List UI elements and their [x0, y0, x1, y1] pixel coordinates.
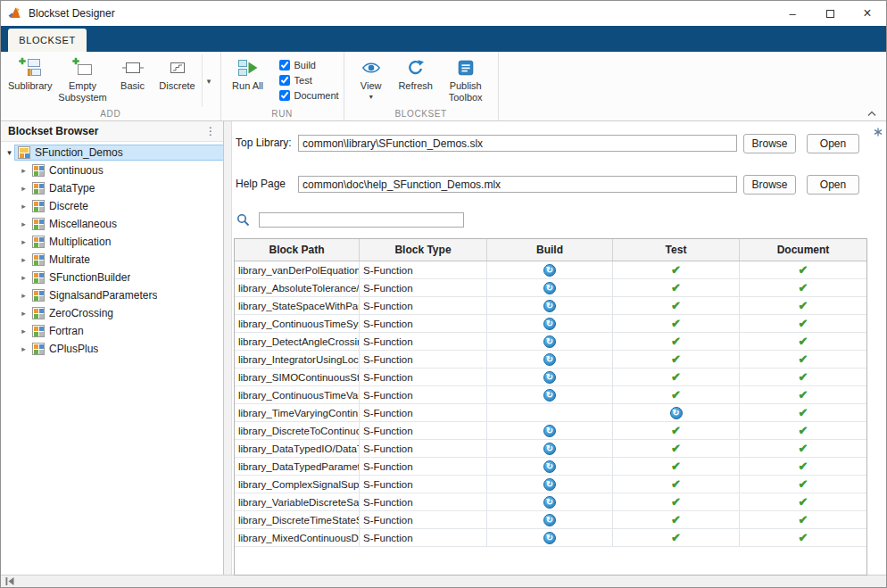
run-all-label: Run All — [232, 80, 263, 92]
test-status-cell: ✔ — [613, 458, 740, 475]
tree-expander-icon[interactable]: ▸ — [18, 273, 29, 282]
discrete-button[interactable]: Discrete — [155, 54, 200, 93]
table-row[interactable]: library_SIMOContinuousSt... S-Function ↻… — [235, 369, 866, 386]
table-row[interactable]: library_DataTypedParamet... S-Function ↻… — [235, 458, 866, 476]
column-header-block-path[interactable]: Block Path — [235, 239, 360, 261]
table-row[interactable]: library_TimeVaryingContin... S-Function … — [235, 404, 866, 422]
build-checkbox-input[interactable] — [279, 60, 290, 70]
tree-item-body[interactable]: SignalsandParameters — [29, 288, 223, 302]
table-row[interactable]: library_DataTypedIO/DataT... S-Function … — [235, 440, 866, 458]
column-header-build[interactable]: Build — [487, 239, 613, 261]
tree-item-body[interactable]: Multirate — [29, 253, 223, 267]
tree-expander-icon[interactable]: ▸ — [18, 309, 29, 318]
collapse-panel-icon[interactable] — [5, 577, 14, 585]
tree-expander-icon[interactable]: ▾ — [4, 148, 15, 157]
tree-item-body[interactable]: SFunction_Demos — [15, 145, 223, 160]
document-checkbox-input[interactable] — [279, 90, 290, 101]
table-row[interactable]: library_DiscreteTimeStateS... S-Function… — [235, 511, 866, 529]
tree-item[interactable]: ▾ SFunction_Demos — [1, 144, 223, 161]
table-row[interactable]: library_MixedContinuousD... S-Function ↻… — [235, 529, 866, 547]
view-button[interactable]: View ▾ — [349, 54, 394, 102]
tree-item[interactable]: ▸ Multiplication — [1, 233, 223, 251]
tree-item[interactable]: ▸ SignalsandParameters — [1, 286, 223, 304]
tree-item[interactable]: ▸ Miscellaneous — [1, 215, 223, 233]
test-checkbox[interactable]: Test — [279, 72, 339, 87]
tree-item-body[interactable]: CPlusPlus — [29, 342, 223, 356]
table-row[interactable]: library_ContinuousTimeVar... S-Function … — [235, 386, 866, 404]
test-status-cell: ✔ — [613, 493, 740, 510]
refresh-icon — [406, 55, 426, 79]
tree-item-body[interactable]: DataType — [29, 181, 223, 195]
tree-item-body[interactable]: Miscellaneous — [29, 217, 223, 231]
tree-item-body[interactable]: Continuous — [29, 163, 223, 178]
tree-expander-icon[interactable]: ▸ — [18, 237, 29, 246]
tree-expander-icon[interactable]: ▸ — [18, 344, 29, 353]
help-page-browse-button[interactable]: Browse — [743, 175, 796, 195]
maximize-button[interactable] — [811, 1, 849, 26]
tree-item[interactable]: ▸ Continuous — [1, 161, 223, 179]
tree-expander-icon[interactable]: ▸ — [18, 327, 29, 335]
table-row[interactable]: library_ComplexSignalSup... S-Function ↻… — [235, 476, 866, 493]
document-checkbox-label: Document — [294, 90, 339, 101]
top-library-open-button[interactable]: Open — [807, 134, 859, 153]
status-pass-icon: ✔ — [671, 478, 681, 490]
search-input[interactable] — [259, 212, 464, 228]
top-library-browse-button[interactable]: Browse — [743, 134, 796, 153]
tree-item[interactable]: ▸ ZeroCrossing — [1, 304, 223, 322]
tree-item[interactable]: ▸ Multirate — [1, 251, 223, 269]
run-all-button[interactable]: Run All — [226, 54, 270, 93]
tree-item-body[interactable]: Multiplication — [29, 235, 223, 249]
tree-item[interactable]: ▸ CPlusPlus — [1, 340, 223, 358]
column-header-block-type[interactable]: Block Type — [360, 239, 487, 261]
browser-menu-icon[interactable]: ⋮ — [205, 125, 216, 137]
sublibrary-button[interactable]: Sublibrary — [5, 54, 55, 93]
help-page-open-button[interactable]: Open — [807, 175, 859, 195]
panel-actions-icon[interactable] — [874, 124, 883, 140]
close-button[interactable]: × — [849, 1, 886, 26]
tree-item[interactable]: ▸ Discrete — [1, 197, 223, 215]
build-status-cell: ↻ — [487, 511, 613, 528]
table-row[interactable]: library_StateSpaceWithPar... S-Function … — [235, 297, 866, 315]
basic-button[interactable]: Basic — [111, 54, 155, 93]
test-checkbox-input[interactable] — [279, 75, 290, 86]
tree-item[interactable]: ▸ Fortran — [1, 322, 223, 340]
table-row[interactable]: library_vanDerPolEquation... S-Function … — [235, 261, 866, 279]
sidebar-scrollbar[interactable] — [224, 121, 232, 575]
tree-item[interactable]: ▸ DataType — [1, 179, 223, 197]
build-status-cell: ↻ — [487, 297, 613, 314]
tree-item-body[interactable]: ZeroCrossing — [29, 306, 223, 320]
tree-item-body[interactable]: Fortran — [29, 324, 223, 338]
tree-expander-icon[interactable]: ▸ — [18, 202, 29, 211]
block-type-cell: S-Function — [360, 493, 487, 510]
tree-expander-icon[interactable]: ▸ — [18, 291, 29, 300]
status-done-icon: ↻ — [670, 407, 683, 419]
column-header-document[interactable]: Document — [740, 239, 866, 261]
publish-toolbox-button[interactable]: Publish Toolbox — [438, 54, 493, 104]
minimize-button[interactable]: – — [774, 1, 811, 26]
table-row[interactable]: library_AbsoluteTolerance/... S-Function… — [235, 279, 866, 297]
table-row[interactable]: library_IntegratorUsingLoc... S-Function… — [235, 351, 866, 369]
document-checkbox[interactable]: Document — [279, 87, 339, 103]
tree-expander-icon[interactable]: ▸ — [18, 166, 29, 175]
view-label: View — [361, 80, 382, 92]
table-row[interactable]: library_DiscreteToContinuo... S-Function… — [235, 422, 866, 440]
column-header-test[interactable]: Test — [613, 239, 740, 261]
tree-item[interactable]: ▸ SFunctionBuilder — [1, 269, 223, 286]
table-row[interactable]: library_VariableDiscreteSa... S-Function… — [235, 493, 866, 511]
table-row[interactable]: library_DetectAngleCrossin... S-Function… — [235, 333, 866, 351]
tree-item-body[interactable]: Discrete — [29, 199, 223, 213]
top-library-input[interactable] — [298, 135, 737, 152]
collapse-toolstrip-button[interactable] — [866, 110, 877, 117]
tab-blockset[interactable]: BLOCKSET — [8, 29, 87, 52]
tree-expander-icon[interactable]: ▸ — [18, 255, 29, 264]
tree-item-body[interactable]: SFunctionBuilder — [29, 270, 223, 285]
table-row[interactable]: library_ContinuousTimeSys... S-Function … — [235, 315, 866, 333]
tree-expander-icon[interactable]: ▸ — [18, 219, 29, 228]
refresh-button[interactable]: Refresh — [394, 54, 438, 93]
tree-expander-icon[interactable]: ▸ — [18, 184, 29, 193]
build-checkbox[interactable]: Build — [279, 57, 339, 72]
status-pass-icon: ✔ — [799, 389, 808, 401]
empty-subsystem-button[interactable]: Empty Subsystem — [55, 54, 111, 104]
help-page-input[interactable] — [298, 176, 737, 193]
add-gallery-dropdown-button[interactable]: ▾ — [202, 54, 216, 107]
